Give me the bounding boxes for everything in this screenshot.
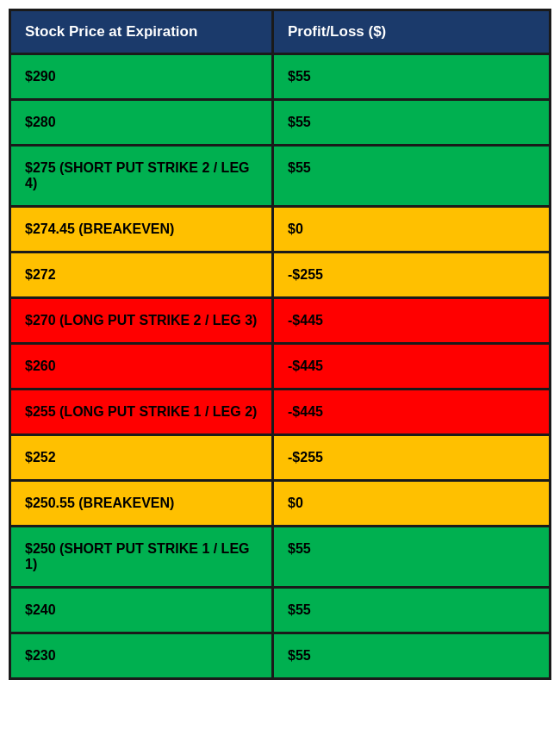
stock-price-cell: $255 (LONG PUT STRIKE 1 / LEG 2)	[11, 390, 274, 433]
profit-loss-cell: -$445	[274, 299, 549, 342]
profit-loss-cell: -$255	[274, 253, 549, 296]
table-header: Stock Price at Expiration Profit/Loss ($…	[11, 11, 549, 53]
stock-price-cell: $290	[11, 55, 274, 98]
table-row: $240$55	[11, 586, 549, 632]
table-row: $272-$255	[11, 251, 549, 296]
table-row: $275 (SHORT PUT STRIKE 2 / LEG 4)$55	[11, 144, 549, 205]
stock-price-cell: $250 (SHORT PUT STRIKE 1 / LEG 1)	[11, 527, 274, 586]
stock-price-cell: $270 (LONG PUT STRIKE 2 / LEG 3)	[11, 299, 274, 342]
profit-loss-cell: $55	[274, 589, 549, 632]
header-profit-loss: Profit/Loss ($)	[274, 11, 549, 53]
table-row: $270 (LONG PUT STRIKE 2 / LEG 3)-$445	[11, 296, 549, 342]
stock-price-cell: $275 (SHORT PUT STRIKE 2 / LEG 4)	[11, 147, 274, 205]
profit-loss-cell: $55	[274, 101, 549, 144]
stock-price-cell: $280	[11, 101, 274, 144]
table-row: $230$55	[11, 632, 549, 677]
stock-price-cell: $240	[11, 589, 274, 632]
header-stock-price: Stock Price at Expiration	[11, 11, 274, 53]
profit-loss-cell: $55	[274, 55, 549, 98]
stock-price-cell: $274.45 (BREAKEVEN)	[11, 208, 274, 251]
table-row: $250.55 (BREAKEVEN)$0	[11, 479, 549, 525]
profit-loss-cell: $55	[274, 527, 549, 586]
profit-loss-cell: $55	[274, 634, 549, 677]
profit-loss-cell: -$255	[274, 436, 549, 479]
profit-loss-cell: $0	[274, 482, 549, 525]
profit-loss-table: Stock Price at Expiration Profit/Loss ($…	[9, 9, 551, 680]
profit-loss-cell: -$445	[274, 390, 549, 433]
profit-loss-cell: $0	[274, 208, 549, 251]
table-row: $255 (LONG PUT STRIKE 1 / LEG 2)-$445	[11, 388, 549, 433]
stock-price-cell: $260	[11, 345, 274, 388]
table-row: $252-$255	[11, 433, 549, 479]
stock-price-cell: $250.55 (BREAKEVEN)	[11, 482, 274, 525]
stock-price-cell: $272	[11, 253, 274, 296]
profit-loss-cell: -$445	[274, 345, 549, 388]
table-row: $260-$445	[11, 342, 549, 388]
table-row: $250 (SHORT PUT STRIKE 1 / LEG 1)$55	[11, 525, 549, 586]
table-row: $280$55	[11, 98, 549, 144]
table-body: $290$55$280$55$275 (SHORT PUT STRIKE 2 /…	[11, 53, 549, 677]
stock-price-cell: $230	[11, 634, 274, 677]
profit-loss-cell: $55	[274, 147, 549, 205]
table-row: $290$55	[11, 53, 549, 98]
table-row: $274.45 (BREAKEVEN)$0	[11, 205, 549, 251]
stock-price-cell: $252	[11, 436, 274, 479]
